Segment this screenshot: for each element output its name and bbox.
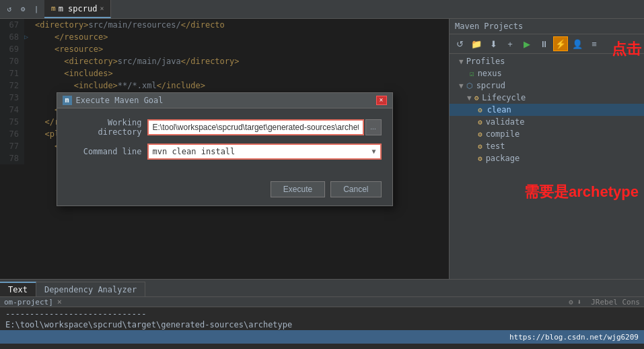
tree-profiles[interactable]: ▼ Profiles (450, 55, 644, 67)
console-down-icon[interactable]: ⬇ (577, 298, 582, 307)
status-bar: https://blog.csdn.net/wjg6209 (0, 330, 644, 344)
package-label: package (486, 154, 520, 163)
tree-lifecycle-clean[interactable]: ⚙ clean (450, 104, 644, 116)
profiles-label: Profiles (466, 57, 505, 66)
console-project-label: om-project] (4, 298, 53, 307)
toolbar-icon-1[interactable]: ↺ (4, 4, 15, 15)
maven-panel-title: Maven Projects (450, 19, 644, 34)
editor-area: 67 <directory>src/main/resources/</direc… (0, 19, 449, 279)
console-line-2: E:\tool\workspace\spcrud\target\generate… (5, 319, 639, 330)
maven-folder-button[interactable]: 📁 (469, 36, 484, 51)
console-content: ----------------------------- E:\tool\wo… (0, 307, 644, 331)
package-icon: ⚙ (478, 154, 482, 163)
modal-title-text: Execute Maven Goal (76, 96, 164, 105)
working-dir-row: Working directory ... (68, 118, 382, 137)
command-line-label: Command line (68, 147, 142, 156)
maven-icon: m (51, 4, 56, 13)
spcrud-label: spcrud (476, 81, 505, 90)
maven-user-button[interactable]: 👤 (570, 36, 585, 51)
toolbar-icon-2[interactable]: ⚙ (17, 4, 28, 15)
status-url: https://blog.csdn.net/wjg6209 (509, 333, 639, 342)
tab-close-icon[interactable]: × (100, 5, 104, 12)
console-line-1: ----------------------------- (5, 309, 639, 319)
top-toolbar: ↺ ⚙ | m m spcrud × (0, 0, 644, 19)
console-toolbar: om-project] × ⚙ ⬇ JRebel Cons (0, 297, 644, 307)
validate-label: validate (486, 117, 525, 127)
execute-button[interactable]: Execute (271, 181, 325, 197)
maven-tree-area[interactable]: ▼ Profiles ☑ nexus ▼ ⬡ spcrud (450, 54, 644, 279)
maven-project-icon: ⬡ (466, 82, 473, 90)
tree-lifecycle-compile[interactable]: ⚙ compile (450, 128, 644, 140)
working-dir-browse-button[interactable]: ... (365, 119, 382, 135)
test-icon: ⚙ (478, 142, 482, 151)
maven-run-button[interactable]: ▶ (520, 36, 534, 51)
maven-download-button[interactable]: ⬇ (486, 36, 501, 51)
working-dir-input[interactable] (147, 119, 364, 135)
console-gear-icon[interactable]: ⚙ (569, 298, 573, 307)
modal-title-icon: m (63, 96, 72, 105)
maven-projects-panel: Maven Projects ↺ 📁 ⬇ + ▶ ⏸ ⚡ 👤 ≡ 点击 (449, 19, 644, 279)
maven-refresh-button[interactable]: ↺ (452, 36, 467, 51)
cancel-button[interactable]: Cancel (330, 181, 381, 197)
modal-title: m Execute Maven Goal (63, 96, 164, 105)
modal-body: Working directory ... Command line (57, 108, 392, 176)
working-dir-label: Working directory (68, 118, 142, 137)
compile-label: compile (486, 129, 520, 139)
maven-debug-button[interactable]: ⏸ (536, 36, 551, 51)
checkbox-icon: ☑ (470, 69, 474, 78)
tree-nexus[interactable]: ☑ nexus (450, 67, 644, 80)
execute-maven-dialog: m Execute Maven Goal × Working directory (57, 92, 393, 206)
console-close-icon[interactable]: × (57, 297, 62, 307)
bottom-tab-text-label: Text (8, 285, 28, 294)
modal-overlay: m Execute Maven Goal × Working directory (0, 19, 449, 279)
dropdown-arrow-icon: ▼ (371, 148, 375, 155)
editor-tab-spcrud[interactable]: m m spcrud × (44, 0, 111, 18)
maven-panel-toolbar: ↺ 📁 ⬇ + ▶ ⏸ ⚡ 👤 ≡ (450, 34, 644, 54)
modal-title-bar: m Execute Maven Goal × (57, 93, 392, 108)
tree-lifecycle-validate[interactable]: ⚙ validate (450, 116, 644, 128)
maven-menu-button[interactable]: ≡ (587, 36, 602, 51)
command-line-value: mvn clean install (153, 147, 236, 156)
maven-lightning-button[interactable]: ⚡ (553, 36, 568, 51)
console-area: om-project] × ⚙ ⬇ JRebel Cons ----------… (0, 296, 644, 330)
jrebel-cons-label: JRebel Cons (591, 298, 640, 307)
nexus-label: nexus (478, 69, 502, 78)
app-wrapper: ↺ ⚙ | m m spcrud × 67 <directory>src/mai… (0, 0, 644, 349)
tree-arrow-profiles: ▼ (459, 57, 464, 66)
maven-add-button[interactable]: + (503, 36, 517, 51)
tree-arrow-spcrud: ▼ (459, 82, 464, 90)
main-layout: 67 <directory>src/main/resources/</direc… (0, 19, 644, 279)
bottom-tabs: Text Dependency Analyzer (0, 279, 644, 296)
command-line-row: Command line mvn clean install ▼ (68, 144, 382, 160)
lifecycle-label: Lifecycle (482, 93, 526, 102)
bottom-tab-text[interactable]: Text (0, 282, 36, 296)
working-dir-input-wrap: ... (147, 119, 382, 135)
modal-close-button[interactable]: × (376, 96, 387, 105)
bottom-tab-dependency[interactable]: Dependency Analyzer (36, 282, 145, 296)
tab-label: m spcrud (59, 4, 98, 13)
tree-lifecycle-package[interactable]: ⚙ package (450, 152, 644, 164)
bottom-tab-dependency-label: Dependency Analyzer (44, 285, 137, 294)
clean-icon: ⚙ (478, 106, 482, 115)
tree-lifecycle-test[interactable]: ⚙ test (450, 140, 644, 152)
command-line-dropdown[interactable]: mvn clean install ▼ (147, 144, 382, 160)
toolbar-icon-3[interactable]: | (31, 4, 42, 15)
test-label: test (486, 141, 505, 151)
tree-lifecycle[interactable]: ▼ ⚙ Lifecycle (450, 92, 644, 104)
validate-icon: ⚙ (478, 118, 482, 127)
clean-label: clean (486, 105, 513, 115)
tree-arrow-lifecycle: ▼ (467, 94, 472, 102)
tree-spcrud[interactable]: ▼ ⬡ spcrud (450, 80, 644, 92)
lifecycle-icon: ⚙ (474, 94, 479, 102)
modal-footer: Execute Cancel (57, 176, 392, 205)
compile-icon: ⚙ (478, 130, 482, 139)
command-line-input-wrap: mvn clean install ▼ (147, 144, 382, 160)
